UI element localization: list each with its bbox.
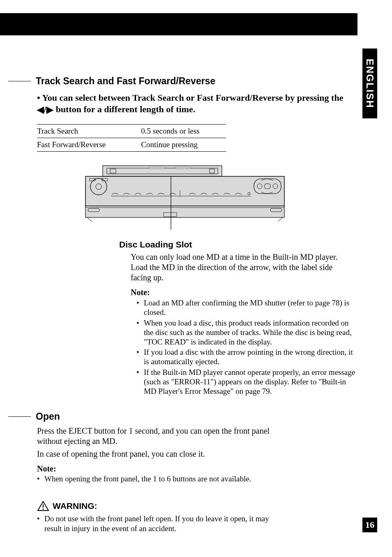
section-title: Open <box>36 411 60 422</box>
disc-slot-title: Disc Loading Slot <box>119 240 349 250</box>
list-item: When opening the front panel, the 1 to 6… <box>37 474 300 483</box>
open-body-1: Press the EJECT button for 1 second, and… <box>37 426 271 446</box>
note-list: When opening the front panel, the 1 to 6… <box>37 474 300 483</box>
disc-slot-body: You can only load one MD at a time in th… <box>131 252 348 283</box>
section-title: Track Search and Fast Forward/Reverse <box>36 76 215 86</box>
language-tab-label: ENGLISH <box>364 59 376 109</box>
warning-heading: WARNING: <box>37 501 349 511</box>
page-number: 16 <box>365 520 374 530</box>
heading-rule <box>8 416 31 417</box>
list-item: If the Built-in MD player cannot operate… <box>139 367 357 396</box>
svg-rect-5 <box>175 167 191 169</box>
language-tab: ENGLISH <box>362 49 377 118</box>
table-row: Track Search 0.5 seconds or less <box>37 125 226 138</box>
list-item: When you load a disc, this product reads… <box>139 318 357 347</box>
section-intro: • You can select between Track Search or… <box>37 92 349 115</box>
header-band <box>0 13 357 35</box>
svg-rect-6 <box>85 176 284 206</box>
open-body-2: In case of opening the front panel, you … <box>37 449 271 459</box>
list-item: Load an MD after confirming the MD shutt… <box>139 298 357 317</box>
svg-rect-4 <box>149 167 165 169</box>
warning-label: WARNING: <box>53 501 97 511</box>
time-cell: Continue pressing <box>133 138 226 152</box>
section-heading: Open <box>8 411 349 422</box>
section-heading: Track Search and Fast Forward/Reverse <box>8 76 349 86</box>
mode-table: Track Search 0.5 seconds or less Fast Fo… <box>37 124 226 152</box>
heading-rule <box>8 81 31 81</box>
left-arrow-icon: ◀ <box>37 104 44 115</box>
svg-point-26 <box>43 508 44 510</box>
list-item: If you load a disc with the arrow pointi… <box>139 347 357 366</box>
device-diagram <box>82 164 288 231</box>
mode-cell: Fast Forward/Reverse <box>37 138 133 152</box>
note-label: Note: <box>37 464 349 474</box>
right-arrow-icon: ▶ <box>46 104 53 115</box>
list-item: Do not use with the front panel left ope… <box>37 514 284 533</box>
page-content: Track Search and Fast Forward/Reverse • … <box>37 76 349 533</box>
note-list: Load an MD after confirming the MD shutt… <box>139 298 357 396</box>
note-label: Note: <box>131 288 349 297</box>
warning-list: Do not use with the front panel left ope… <box>37 514 284 533</box>
time-cell: 0.5 seconds or less <box>133 125 226 138</box>
warning-icon <box>37 501 49 511</box>
mode-cell: Track Search <box>37 125 133 138</box>
table-row: Fast Forward/Reverse Continue pressing <box>37 138 226 152</box>
page-number-tab: 16 <box>362 518 377 532</box>
